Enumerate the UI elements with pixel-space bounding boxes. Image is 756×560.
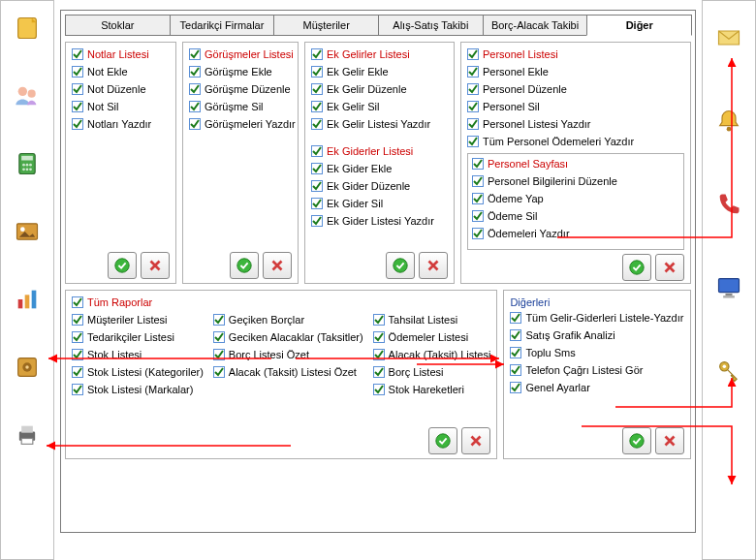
checkbox[interactable]	[311, 198, 323, 209]
checkbox[interactable]	[311, 180, 323, 192]
checkbox[interactable]	[72, 66, 83, 78]
tab-tedarikci[interactable]: Tedarikçi Firmalar	[170, 15, 275, 36]
checkbox[interactable]	[72, 314, 83, 326]
item-label: Stok Listesi (Kategoriler)	[87, 366, 204, 378]
checkbox[interactable]	[467, 83, 479, 95]
checkbox[interactable]	[373, 331, 385, 343]
item-label: Tahsilat Listesi	[389, 314, 458, 326]
cancel-button[interactable]	[655, 254, 684, 281]
checkbox[interactable]	[189, 118, 201, 130]
checkbox[interactable]	[213, 331, 225, 343]
checkbox[interactable]	[311, 66, 323, 78]
checkbox[interactable]	[510, 312, 521, 324]
checkbox[interactable]	[311, 215, 323, 227]
left-sidebar	[0, 0, 54, 560]
checkbox[interactable]	[311, 83, 323, 95]
checkbox[interactable]	[467, 66, 479, 78]
ok-button[interactable]	[386, 252, 415, 279]
checkbox[interactable]	[373, 384, 385, 395]
checkbox[interactable]	[213, 314, 225, 326]
tab-alis-satis[interactable]: Alış-Satış Takibi	[378, 15, 484, 36]
cancel-button[interactable]	[263, 252, 292, 279]
checkbox[interactable]	[72, 296, 83, 308]
chart-icon[interactable]	[10, 282, 45, 317]
checkbox[interactable]	[72, 48, 83, 60]
ok-button[interactable]	[108, 252, 137, 279]
checkbox[interactable]	[467, 101, 479, 112]
tab-musteriler[interactable]: Müşteriler	[273, 15, 379, 36]
svg-point-10	[29, 168, 32, 171]
right-sidebar	[702, 0, 756, 560]
checkbox[interactable]	[189, 101, 201, 112]
cancel-button[interactable]	[461, 427, 490, 454]
checkbox[interactable]	[72, 101, 83, 112]
tab-stoklar[interactable]: Stoklar	[65, 15, 171, 36]
ok-button[interactable]	[622, 254, 651, 281]
panel-ekgelir-gider: Ek Gelirler Listesi Ek Gelir Ekle Ek Gel…	[304, 42, 455, 284]
checkbox[interactable]	[472, 228, 484, 239]
key-icon[interactable]	[711, 354, 746, 389]
bottom-panels: Tüm Raporlar Müşteriler Listesi Tedarikç…	[65, 290, 691, 459]
checkbox[interactable]	[472, 158, 484, 170]
cancel-button[interactable]	[655, 427, 684, 454]
svg-point-5	[22, 164, 25, 167]
svg-point-28	[115, 259, 129, 272]
checkbox[interactable]	[510, 382, 521, 393]
checkbox[interactable]	[213, 349, 225, 360]
calculator-icon[interactable]	[10, 146, 45, 181]
checkbox[interactable]	[467, 48, 479, 60]
svg-point-6	[26, 164, 29, 167]
tab-diger[interactable]: Diğer	[586, 15, 692, 36]
checkbox[interactable]	[373, 366, 385, 378]
checkbox[interactable]	[72, 349, 83, 360]
checkbox[interactable]	[472, 175, 484, 187]
checkbox[interactable]	[311, 48, 323, 60]
cancel-button[interactable]	[141, 252, 170, 279]
users-icon[interactable]	[10, 78, 45, 113]
monitor-icon[interactable]	[711, 270, 746, 305]
checkbox[interactable]	[467, 136, 479, 147]
checkbox[interactable]	[373, 314, 385, 326]
tab-borc-alacak[interactable]: Borç-Alacak Takibi	[483, 15, 588, 36]
ok-button[interactable]	[428, 427, 457, 454]
ok-button[interactable]	[622, 427, 651, 454]
image-icon[interactable]	[10, 214, 45, 249]
checkbox[interactable]	[72, 118, 83, 130]
checkbox[interactable]	[311, 145, 323, 157]
safe-icon[interactable]	[10, 350, 45, 385]
phone-icon[interactable]	[711, 187, 746, 222]
svg-point-9	[26, 168, 29, 171]
checkbox[interactable]	[510, 364, 521, 376]
item-label: Ödeme Yap	[488, 193, 544, 204]
panel-header: Notlar Listesi	[87, 48, 149, 60]
checkbox[interactable]	[189, 48, 201, 60]
checkbox[interactable]	[311, 101, 323, 112]
checkbox[interactable]	[189, 83, 201, 95]
checkbox[interactable]	[72, 331, 83, 343]
checkbox[interactable]	[510, 347, 521, 358]
checkbox[interactable]	[72, 384, 83, 395]
bell-icon[interactable]	[711, 104, 746, 139]
checkbox[interactable]	[213, 366, 225, 378]
item-label: Ek Gider Sil	[327, 198, 383, 209]
checkbox[interactable]	[189, 66, 201, 78]
checkbox[interactable]	[311, 118, 323, 130]
checkbox[interactable]	[72, 366, 83, 378]
svg-rect-13	[18, 299, 23, 308]
checkbox[interactable]	[467, 118, 479, 130]
cancel-button[interactable]	[419, 252, 448, 279]
ok-button[interactable]	[230, 252, 259, 279]
checkbox[interactable]	[472, 193, 484, 204]
item-label: Personel Düzenle	[483, 83, 567, 95]
printer-icon[interactable]	[10, 418, 45, 452]
checkbox[interactable]	[510, 329, 521, 341]
svg-point-33	[630, 434, 644, 448]
mail-icon[interactable]	[711, 20, 746, 55]
svg-rect-23	[719, 279, 740, 293]
checkbox[interactable]	[311, 163, 323, 174]
checkbox[interactable]	[373, 349, 385, 360]
note-icon[interactable]	[10, 11, 45, 46]
checkbox[interactable]	[472, 210, 484, 222]
svg-point-8	[22, 168, 25, 171]
checkbox[interactable]	[72, 83, 83, 95]
